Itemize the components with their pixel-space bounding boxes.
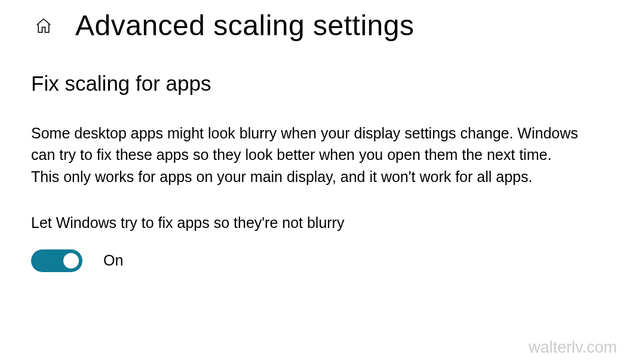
home-icon[interactable] [35, 17, 53, 35]
description-text: Some desktop apps might look blurry when… [31, 122, 581, 187]
watermark-text: walterlv.com [529, 338, 617, 357]
toggle-label: Let Windows try to fix apps so they're n… [31, 214, 599, 232]
toggle-knob [63, 253, 79, 269]
toggle-row: On [31, 249, 599, 272]
section-heading: Fix scaling for apps [31, 72, 599, 95]
page-title: Advanced scaling settings [75, 9, 415, 42]
fix-scaling-toggle[interactable] [31, 249, 82, 272]
header-bar: Advanced scaling settings [0, 0, 629, 42]
content-area: Fix scaling for apps Some desktop apps m… [0, 42, 629, 272]
toggle-state-label: On [103, 252, 123, 269]
